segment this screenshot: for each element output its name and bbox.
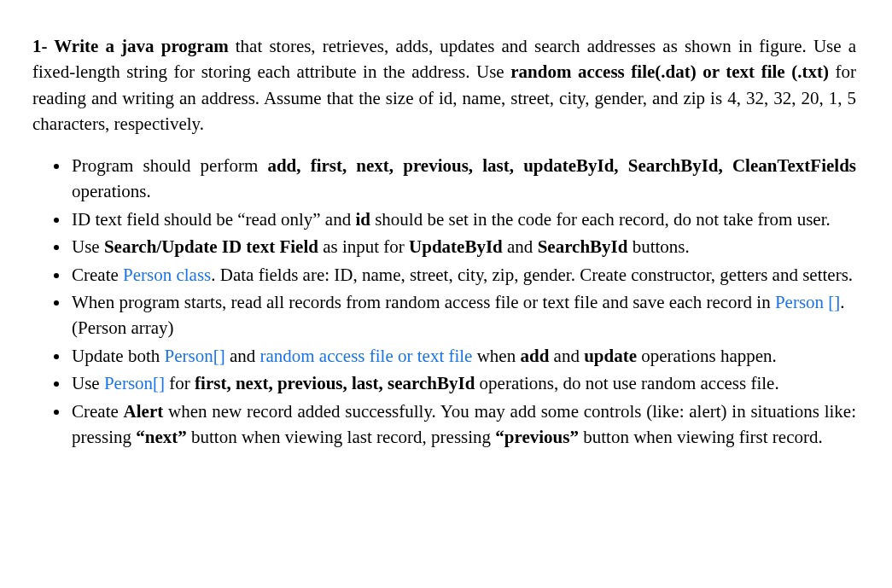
updatebyid-bold: UpdateById: [409, 236, 503, 257]
intro-lead: Write a java program: [54, 36, 228, 56]
file-link: random access file or text file: [259, 346, 472, 366]
text: for: [165, 373, 195, 393]
text: Use: [72, 236, 104, 257]
bullet-load-records: When program starts, read all records fr…: [70, 289, 856, 341]
update-bold: update: [584, 346, 637, 366]
person-array-link: Person []: [775, 292, 840, 312]
text: and: [503, 236, 538, 257]
text: and: [549, 346, 584, 366]
text: as input for: [318, 236, 409, 257]
text: buttons.: [627, 236, 689, 257]
field-bold: Search/Update ID text Field: [104, 236, 318, 257]
bullet-person-class: Create Person class. Data fields are: ID…: [70, 262, 856, 288]
id-bold: id: [355, 209, 370, 230]
text: Program should perform: [72, 155, 267, 176]
text: operations, do not use random access fil…: [475, 373, 778, 393]
text: When program starts, read all records fr…: [72, 292, 775, 312]
bullet-update-both: Update both Person[] and random access f…: [70, 343, 856, 369]
next-bold: “next”: [136, 427, 187, 447]
add-bold: add: [520, 346, 549, 366]
document-page: 1- Write a java program that stores, ret…: [0, 0, 892, 468]
text: operations happen.: [637, 346, 777, 366]
ops-list: add, first, next, previous, last, update…: [267, 155, 856, 176]
bullet-search-update-id: Use Search/Update ID text Field as input…: [70, 234, 856, 259]
text: Use: [72, 373, 104, 393]
text: should be set in the code for each recor…: [370, 209, 831, 230]
alert-bold: Alert: [124, 401, 164, 422]
searchbyid-bold: SearchById: [538, 236, 628, 257]
text: Update both: [72, 346, 164, 366]
bullet-read-only-id: ID text field should be “read only” and …: [70, 207, 856, 232]
bullet-use-person-array: Use Person[] for first, next, previous, …: [70, 370, 856, 396]
text: Create: [72, 401, 124, 422]
text: ID text field should be “read only” and: [72, 209, 355, 230]
text: Create: [72, 265, 123, 285]
person-class-link: Person class: [123, 265, 211, 285]
question-number: 1-: [32, 36, 54, 56]
text: button when viewing last record, pressin…: [187, 427, 496, 447]
text: and: [225, 346, 260, 366]
text: button when viewing first record.: [579, 427, 823, 447]
person-array-link: Person[]: [164, 346, 224, 366]
requirements-list: Program should perform add, first, next,…: [70, 153, 856, 451]
intro-paragraph: 1- Write a java program that stores, ret…: [32, 33, 856, 137]
text: operations.: [72, 181, 151, 201]
text: . Data fields are: ID, name, street, cit…: [211, 265, 853, 285]
text: when: [472, 346, 520, 366]
bullet-alert: Create Alert when new record added succe…: [70, 399, 856, 451]
ops2-bold: first, next, previous, last, searchById: [195, 373, 475, 393]
person-array-link: Person[]: [104, 373, 165, 393]
intro-bold-2: random access file(.dat) or text file (.…: [510, 61, 829, 82]
previous-bold: “previous”: [495, 427, 579, 447]
bullet-operations: Program should perform add, first, next,…: [70, 153, 856, 205]
